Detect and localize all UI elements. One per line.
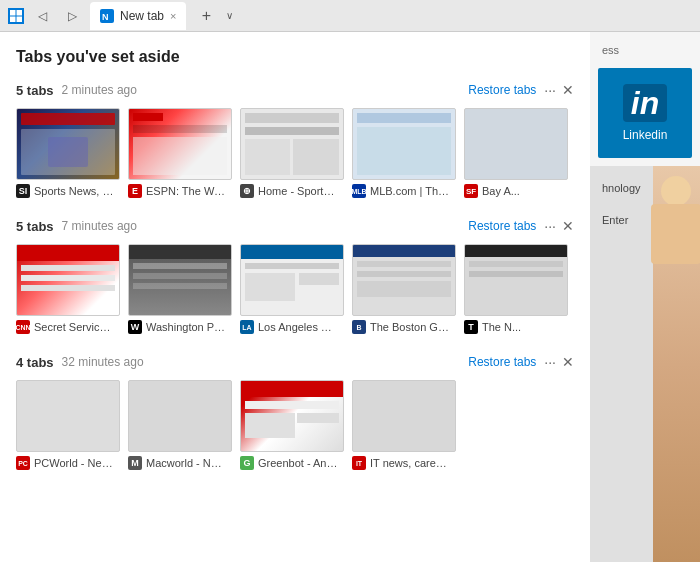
tab-group-3-time: 32 minutes ago	[62, 355, 469, 369]
nyt-icon: T	[464, 320, 478, 334]
tab-thumb-espn[interactable]: E ESPN: The Worl...	[128, 108, 232, 198]
tab-thumb-home-sports[interactable]: ⊕ Home - Sports...	[240, 108, 344, 198]
itnews-icon: IT	[352, 456, 366, 470]
wp-label: Washington Po...	[146, 321, 226, 333]
tabs-aside-panel: Tabs you've set aside 5 tabs 2 minutes a…	[0, 32, 590, 562]
right-panel: ess in Linkedin hnology Enter	[590, 32, 700, 562]
tech-text: hnology	[594, 174, 649, 202]
svg-rect-1	[17, 10, 23, 16]
tab-group-2-thumbnails: CNN Secret Service a... W Washington Po.…	[16, 244, 574, 334]
linkedin-box[interactable]: in Linkedin	[598, 68, 692, 158]
tab-thumb-itnews[interactable]: IT IT news, careers...	[352, 380, 456, 470]
tab-group-1: 5 tabs 2 minutes ago Restore tabs ··· ✕ …	[16, 82, 574, 198]
macworld-icon: M	[128, 456, 142, 470]
restore-tabs-3-button[interactable]: Restore tabs	[468, 355, 536, 369]
tab-group-1-time: 2 minutes ago	[62, 83, 469, 97]
windows-icon	[8, 8, 24, 24]
bay-label: Bay A...	[482, 185, 520, 197]
tab-group-2-time: 7 minutes ago	[62, 219, 469, 233]
pcworld-label: PCWorld - New...	[34, 457, 114, 469]
close-group-2-button[interactable]: ✕	[562, 218, 574, 234]
more-options-3-button[interactable]: ···	[544, 354, 556, 370]
tab-thumb-mlb[interactable]: MLB MLB.com | The...	[352, 108, 456, 198]
forward-button[interactable]: ▷	[60, 4, 84, 28]
si-icon: SI	[16, 184, 30, 198]
person-photo	[653, 166, 700, 562]
tab-title: New tab	[120, 9, 164, 23]
title-bar: ◁ ▷ N New tab × + ∨	[0, 0, 700, 32]
nyt-label: The N...	[482, 321, 521, 333]
close-tab-button[interactable]: ×	[170, 10, 176, 22]
main-content: Tabs you've set aside 5 tabs 2 minutes a…	[0, 32, 700, 562]
restore-tabs-1-button[interactable]: Restore tabs	[468, 83, 536, 97]
lat-label: Los Angeles Ti...	[258, 321, 338, 333]
tab-group-3-header: 4 tabs 32 minutes ago Restore tabs ··· ✕	[16, 354, 574, 370]
tab-thumb-macworld[interactable]: M Macworld - Ne...	[128, 380, 232, 470]
greenbot-label: Greenbot - And...	[258, 457, 338, 469]
tab-group-1-count: 5 tabs	[16, 83, 54, 98]
new-tab-button[interactable]: +	[192, 2, 220, 30]
tab-thumb-boston[interactable]: B The Boston Glo...	[352, 244, 456, 334]
close-group-1-button[interactable]: ✕	[562, 82, 574, 98]
cnn-label: Secret Service a...	[34, 321, 114, 333]
greenbot-icon: G	[240, 456, 254, 470]
wp-icon: W	[128, 320, 142, 334]
restore-tabs-2-button[interactable]: Restore tabs	[468, 219, 536, 233]
tab-group-1-header: 5 tabs 2 minutes ago Restore tabs ··· ✕	[16, 82, 574, 98]
tab-favicon: N	[100, 9, 114, 23]
svg-rect-0	[10, 10, 16, 16]
title-bar-left: ◁ ▷ N New tab × + ∨	[8, 2, 233, 30]
more-options-1-button[interactable]: ···	[544, 82, 556, 98]
lat-icon: LA	[240, 320, 254, 334]
tab-thumb-nyt[interactable]: T The N...	[464, 244, 568, 334]
boston-label: The Boston Glo...	[370, 321, 450, 333]
tab-thumb-lat[interactable]: LA Los Angeles Ti...	[240, 244, 344, 334]
tab-dropdown-button[interactable]: ∨	[226, 10, 233, 21]
tab-group-2-header: 5 tabs 7 minutes ago Restore tabs ··· ✕	[16, 218, 574, 234]
tab-group-2-count: 5 tabs	[16, 219, 54, 234]
enter-text: Enter	[594, 206, 649, 234]
linkedin-logo: in	[623, 84, 667, 122]
tab-group-1-thumbnails: SI Sports News, S... E ESPN: The Worl...	[16, 108, 574, 198]
tab-thumb-wp[interactable]: W Washington Po...	[128, 244, 232, 334]
tab-group-2: 5 tabs 7 minutes ago Restore tabs ··· ✕ …	[16, 218, 574, 334]
tab-thumb-greenbot[interactable]: G Greenbot - And...	[240, 380, 344, 470]
svg-rect-2	[10, 16, 16, 22]
tab-thumb-pcworld[interactable]: PC PCWorld - New...	[16, 380, 120, 470]
cnn-icon: CNN	[16, 320, 30, 334]
svg-rect-3	[17, 16, 23, 22]
tab-thumb-cnn[interactable]: CNN Secret Service a...	[16, 244, 120, 334]
close-group-3-button[interactable]: ✕	[562, 354, 574, 370]
linkedin-label: Linkedin	[623, 128, 668, 142]
home-sports-icon: ⊕	[240, 184, 254, 198]
boston-icon: B	[352, 320, 366, 334]
tab-thumb-bay[interactable]: SF Bay A...	[464, 108, 568, 198]
mlb-label: MLB.com | The...	[370, 185, 450, 197]
si-label: Sports News, S...	[34, 185, 114, 197]
tab-group-3-thumbnails: PC PCWorld - New... M Macworld - Ne...	[16, 380, 574, 470]
svg-text:N: N	[102, 12, 109, 22]
pcworld-icon: PC	[16, 456, 30, 470]
macworld-label: Macworld - Ne...	[146, 457, 226, 469]
right-bottom: hnology Enter	[590, 166, 700, 562]
right-top-text: ess	[590, 32, 700, 68]
more-options-2-button[interactable]: ···	[544, 218, 556, 234]
sf-icon: SF	[464, 184, 478, 198]
tab-thumb-si[interactable]: SI Sports News, S...	[16, 108, 120, 198]
espn-label: ESPN: The Worl...	[146, 185, 226, 197]
panel-title: Tabs you've set aside	[16, 48, 574, 66]
active-tab: N New tab ×	[90, 2, 186, 30]
tab-group-3: 4 tabs 32 minutes ago Restore tabs ··· ✕…	[16, 354, 574, 470]
espn-icon: E	[128, 184, 142, 198]
tab-group-3-count: 4 tabs	[16, 355, 54, 370]
mlb-icon: MLB	[352, 184, 366, 198]
back-button[interactable]: ◁	[30, 4, 54, 28]
itnews-label: IT news, careers...	[370, 457, 450, 469]
home-sports-label: Home - Sports...	[258, 185, 338, 197]
